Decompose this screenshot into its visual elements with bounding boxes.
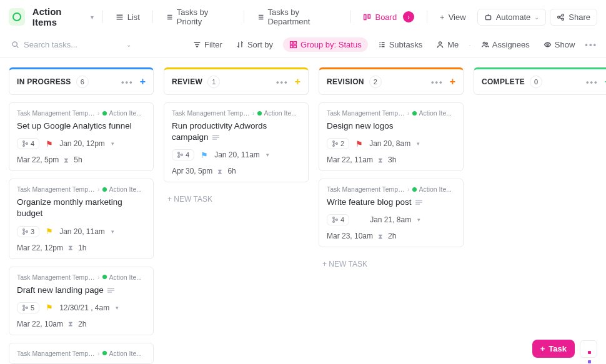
column-header[interactable]: IN PROGRESS 6 ••• + (9, 67, 154, 95)
chevron-down-icon[interactable]: ▾ (417, 140, 420, 147)
task-card[interactable]: Task Management Templat... › Action Ite.… (9, 102, 154, 171)
chevron-down-icon[interactable]: ▾ (266, 152, 269, 158)
due-date[interactable]: Apr 30, 5pm (172, 167, 212, 175)
view-priority[interactable]: Tasks by Priority (162, 5, 235, 29)
hourglass-icon: ⧗ (217, 167, 222, 175)
chevron-down-icon[interactable]: ⌄ (126, 41, 131, 48)
chevron-down-icon[interactable]: ▾ (111, 229, 114, 235)
due-date[interactable]: Mar 23, 10am (327, 232, 373, 240)
flag-icon: ⚑ (46, 139, 53, 149)
svg-point-29 (336, 143, 338, 145)
breadcrumb[interactable]: Task Management Templat... › Action Ite.… (17, 185, 146, 193)
plus-icon: + (540, 344, 545, 353)
breadcrumb[interactable]: Task Management Templat... › Action Ite.… (172, 109, 301, 117)
view-label: List (127, 12, 140, 22)
start-date[interactable]: 12/30/21 , 4am (59, 303, 109, 312)
subtasks-button[interactable]: Subtasks (374, 37, 426, 52)
fab: + Task (532, 340, 597, 358)
arrow-right-icon[interactable]: › (403, 11, 414, 22)
due-date[interactable]: Mar 22, 11am (327, 155, 373, 164)
new-task-label: Task (549, 344, 567, 353)
task-card[interactable]: Task Management Templat... › Action Ite.… (319, 102, 464, 171)
hourglass-icon: ⧗ (68, 320, 73, 328)
status-dot (102, 187, 107, 192)
column-more-icon[interactable]: ••• (431, 77, 444, 87)
breadcrumb[interactable]: Task Management Templat... › Action Ite.… (327, 185, 455, 193)
task-title: Design new logos (327, 121, 455, 132)
task-card[interactable]: Task Management Templat... › Action Ite.… (9, 343, 154, 364)
subtask-count[interactable]: 4 (17, 138, 39, 149)
view-department[interactable]: Tasks by Department (253, 5, 342, 29)
breadcrumb[interactable]: Task Management Templat... › Action Ite.… (17, 350, 146, 357)
column-more-icon[interactable]: ••• (586, 77, 599, 87)
new-task-link[interactable]: + NEW TASK (164, 192, 309, 206)
column-count: 6 (76, 76, 89, 88)
task-card[interactable]: Task Management Templat... › Action Ite.… (9, 267, 154, 335)
chevron-down-icon[interactable]: ▾ (91, 14, 94, 21)
space-icon[interactable] (9, 8, 25, 26)
show-button[interactable]: Show (540, 37, 579, 52)
apps-button[interactable] (580, 340, 597, 358)
space-name[interactable]: Action Items (32, 6, 84, 27)
svg-point-20 (26, 230, 28, 232)
subtask-count[interactable]: 2 (327, 138, 349, 149)
column-more-icon[interactable]: ••• (121, 77, 134, 87)
start-date[interactable]: Jan 20, 11am (59, 227, 105, 236)
automate-button[interactable]: Automate ⌄ (477, 9, 547, 26)
column-add-icon[interactable]: + (140, 77, 146, 87)
column-add-icon[interactable]: + (295, 77, 301, 87)
search-box[interactable]: ⌄ (9, 37, 134, 52)
assignees-button[interactable]: Assignees (477, 37, 534, 52)
start-date[interactable]: Jan 20, 12pm (59, 139, 105, 148)
task-card[interactable]: Task Management Templat... › Action Ite.… (9, 179, 154, 258)
column-count: 1 (207, 76, 220, 88)
subtask-count[interactable]: 5 (17, 302, 39, 313)
share-icon (557, 13, 565, 21)
column-header[interactable]: REVIEW 1 ••• + (164, 67, 309, 95)
view-list[interactable]: List (112, 10, 144, 24)
new-task-button[interactable]: + Task (532, 340, 575, 358)
subtask-count[interactable]: 4 (172, 149, 194, 160)
separator (427, 11, 427, 23)
column-more-icon[interactable]: ••• (276, 77, 289, 87)
share-button[interactable]: Share (550, 9, 597, 26)
svg-point-6 (12, 42, 17, 46)
new-task-link[interactable]: + NEW TASK (319, 257, 464, 271)
chevron-down-icon[interactable]: ▾ (417, 217, 420, 223)
task-card[interactable]: Task Management Templat... › Action Ite.… (164, 102, 309, 182)
me-button[interactable]: Me (432, 37, 462, 52)
view-board[interactable]: Board › (359, 9, 418, 25)
search-input[interactable] (9, 37, 134, 52)
status-dot (102, 275, 107, 279)
more-icon[interactable]: ••• (585, 40, 597, 49)
task-card[interactable]: Task Management Templat... › Action Ite.… (319, 179, 464, 247)
breadcrumb[interactable]: Task Management Templat... › Action Ite.… (17, 109, 146, 117)
subtask-count[interactable]: 4 (327, 214, 349, 225)
view-label: View (449, 12, 466, 22)
column-revision: REVISION 2 ••• + Task Management Templat… (319, 67, 464, 354)
subtask-count[interactable]: 3 (17, 226, 39, 237)
chevron-down-icon[interactable]: ▾ (111, 140, 114, 147)
chevron-down-icon[interactable]: ▾ (116, 305, 119, 311)
due-date[interactable]: Mar 22, 5pm (17, 155, 59, 164)
subtasks-icon (378, 41, 386, 49)
sort-button[interactable]: Sort by (232, 37, 277, 52)
start-date[interactable]: Jan 20, 8am (369, 139, 410, 148)
column-add-icon[interactable]: + (450, 77, 455, 87)
me-label: Me (447, 40, 459, 49)
column-header[interactable]: COMPLETE 0 ••• + (474, 67, 606, 95)
breadcrumb[interactable]: Task Management Templat... › Action Ite.… (17, 273, 146, 281)
flag-icon: ⚑ (201, 150, 208, 160)
group-button[interactable]: Group by: Status (283, 37, 368, 52)
add-view[interactable]: + View (436, 10, 470, 24)
start-date[interactable]: Jan 21, 8am (370, 215, 411, 224)
due-date[interactable]: Mar 22, 12pm (17, 243, 63, 252)
breadcrumb[interactable]: Task Management Templat... › Action Ite.… (327, 109, 455, 117)
grid-icon (587, 347, 590, 350)
card-list: Task Management Templat... › Action Ite.… (319, 102, 464, 271)
svg-point-17 (26, 143, 28, 145)
column-header[interactable]: REVISION 2 ••• + (319, 67, 464, 95)
filter-button[interactable]: Filter (189, 37, 226, 52)
due-date[interactable]: Mar 22, 10am (17, 320, 63, 328)
start-date[interactable]: Jan 20, 11am (214, 150, 260, 159)
